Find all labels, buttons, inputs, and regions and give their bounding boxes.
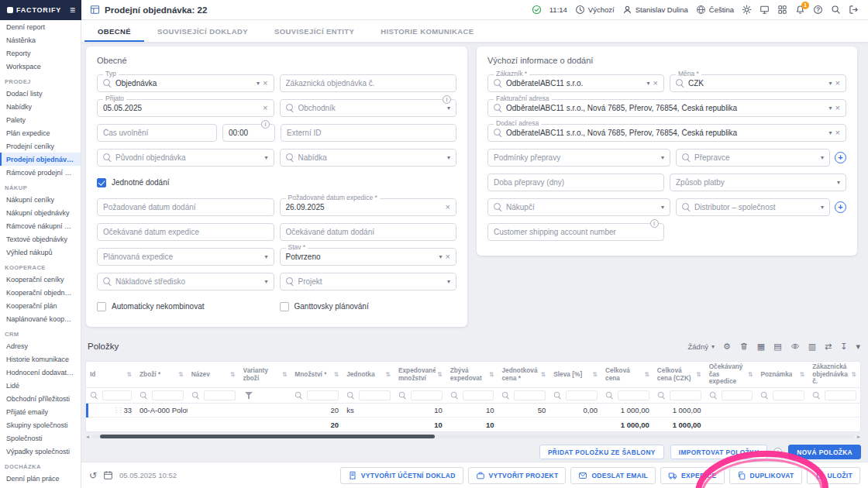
column-header[interactable]: Název⇅ [188,362,239,388]
filter-cell[interactable] [239,388,291,404]
filter-cell[interactable] [705,388,757,404]
cas-uvolneni-time-field[interactable]: i 00:00 [222,124,275,142]
nakladove-stredisko-field[interactable]: Nákladové středisko ▾ [97,273,274,290]
chevron-down-icon[interactable]: ▾ [264,155,267,161]
column-header[interactable]: Jednotková cena *⇅ [498,362,549,388]
planovana-expedice-field[interactable]: Plánovaná expedice ▾ [97,248,274,266]
filter-cell[interactable] [808,388,860,404]
swap-columns-icon[interactable]: ⇄ [825,342,832,351]
table-cell[interactable]: ⋮⋮33 [86,404,136,418]
clear-icon[interactable]: × [835,129,840,137]
filter-cell[interactable] [291,388,343,404]
language-switcher[interactable]: Čeština [696,5,734,15]
clear-icon[interactable]: × [263,104,267,112]
sidebar-item-plan-expedice[interactable]: Plán expedice [0,126,81,139]
column-header[interactable]: Očekávaný čas expedice⇅ [705,362,757,388]
filter-cell[interactable] [498,388,549,404]
table-cell[interactable]: 20 [291,404,343,418]
calendar-icon[interactable] [103,470,113,480]
sidebar-item-vyhled-nakupu[interactable]: Výhled nákupů [0,246,81,259]
table-cell[interactable]: 50 [498,404,549,418]
distributor-field[interactable]: Distributor – společnost ▾ [676,198,830,216]
horizontal-scrollbar[interactable]: ◄ ► [85,433,861,440]
dodaci-adresa-field[interactable]: Dodací adresa OdběratelABC11 s.r.o., Nov… [487,124,846,142]
table-cell[interactable]: 1 000,00 [601,404,653,418]
sidebar-item-kooperacni-ceniky[interactable]: Kooperační ceníky [0,273,81,286]
sidebar-item-prodejni-ceniky[interactable]: Prodejní ceníky [0,139,81,153]
logout-icon[interactable] [849,5,859,15]
filter-cell[interactable] [188,388,239,404]
add-prepravce-button[interactable]: + [835,152,846,163]
delete-icon[interactable] [739,342,749,351]
puvodni-objednavka-field[interactable]: Původní objednávka ▾ [97,149,274,167]
sort-icon[interactable]: ⇅ [178,371,184,379]
chevron-down-icon[interactable]: ▾ [447,279,450,285]
filter-cell[interactable] [343,388,394,404]
chevron-down-icon[interactable]: ▾ [829,105,832,112]
create-project-button[interactable]: VYTVOŘIT PROJEKT [468,467,567,484]
nabidka-field[interactable]: Nabídka ▾ [280,149,457,167]
sidebar-item-kooperacni-plan[interactable]: Kooperační plán [0,299,81,312]
filter-cell[interactable] [756,388,808,404]
clear-icon[interactable]: × [446,253,450,261]
filter-cell[interactable] [601,388,653,404]
table-cell[interactable]: 0,00 [549,404,601,418]
table-cell[interactable] [756,404,808,418]
sidebar-item-denni-report[interactable]: Denní report [0,20,81,33]
table-cell[interactable] [705,404,757,418]
sort-icon[interactable]: ⇅ [282,371,288,379]
table-cell[interactable] [239,404,291,418]
tab-souvisejici-entity[interactable]: SOUVISEJÍCÍ ENTITY [261,20,367,42]
scroll-right-icon[interactable]: ► [856,435,861,439]
filter-input[interactable] [722,390,753,400]
chevron-down-icon[interactable]: ▾ [264,279,267,285]
chevron-down-icon[interactable]: ▾ [447,155,450,161]
cas-uvolneni-field[interactable]: Čas uvolnění [97,124,217,142]
settings-gear-icon[interactable]: ⚙ [723,342,731,351]
create-accounting-doc-button[interactable]: VYTVOŘIT ÚČETNÍ DOKLAD [340,467,463,484]
sort-icon[interactable]: ⇅ [592,371,598,379]
sort-icon[interactable]: ⇅ [437,371,443,379]
tab-historie-komunikace[interactable]: HISTORIE KOMUNIKACE [367,20,487,42]
table-cell[interactable]: 10 [446,404,498,418]
sidebar-item-lide[interactable]: Lidé [0,379,81,392]
fakturacni-adresa-field[interactable]: Fakturační adresa OdběratelABC11 s.r.o.,… [487,99,846,117]
filter-input[interactable] [773,390,804,400]
sidebar-item-reporty[interactable]: Reporty [0,46,81,60]
column-header[interactable]: Varianty zboží⇅ [239,362,291,388]
expedition-button[interactable]: EXPEDICE [660,467,724,484]
send-email-button[interactable]: ODESLAT EMAIL [570,467,656,484]
sidebar-item-nastenka[interactable]: Nástěnka [0,33,81,46]
filter-input[interactable] [307,390,339,400]
table-cell[interactable]: 00-A-000 Polotovar... [136,404,188,418]
sidebar-item-hodnoceni-dodavatelu[interactable]: Hodnocení dodavatelů [0,366,81,379]
filter-input[interactable] [152,390,184,400]
columns-icon[interactable]: ▥ [808,342,816,351]
collapse-icon[interactable]: ▾ [856,342,860,351]
filter-input[interactable] [825,390,856,400]
drag-handle-icon[interactable]: ⋮⋮ [112,407,122,414]
table-row[interactable]: ⋮⋮3300-A-000 Polotovar...20ks1010500,001… [86,404,860,418]
column-header[interactable]: Zbývá expedovat⇅ [446,362,498,388]
search-icon[interactable] [831,5,841,15]
sidebar-item-skupiny-spolecnosti[interactable]: Skupiny společnosti [0,418,81,431]
filter-input[interactable] [566,390,598,400]
column-header[interactable]: Celková cena⇅ [601,362,653,388]
scrollbar-thumb[interactable] [100,435,436,438]
sidebar-item-adresy[interactable]: Adresy [0,339,81,352]
sidebar-item-nakupni-ceniky[interactable]: Nákupní ceníky [0,193,81,206]
column-header[interactable]: Expedované množství⇅ [394,362,446,388]
filter-cell[interactable] [446,388,498,404]
download-icon[interactable]: ↧ [840,342,847,351]
sidebar-item-nabidky[interactable]: Nabídky [0,100,81,113]
customer-shipping-account-field[interactable]: i Customer shipping account number [487,223,664,241]
filter-funnel-icon[interactable] [245,391,253,400]
scrollbar-track[interactable] [92,435,854,438]
sort-icon[interactable]: ⇅ [851,371,856,379]
pozadovane-datum-dodani-field[interactable]: Požadované datum dodání [97,198,274,216]
sidebar-item-naplanovane-kooperace[interactable]: Naplánované kooperace [0,312,81,325]
sidebar-item-ramcove-prodejni-objednavky[interactable]: Rámcové prodejní objednávky [0,166,81,179]
display-monitor-icon[interactable] [760,5,770,15]
column-header[interactable]: Poznámka⇅ [756,362,808,388]
sidebar-item-textove-objednavky[interactable]: Textové objednávky [0,232,81,246]
